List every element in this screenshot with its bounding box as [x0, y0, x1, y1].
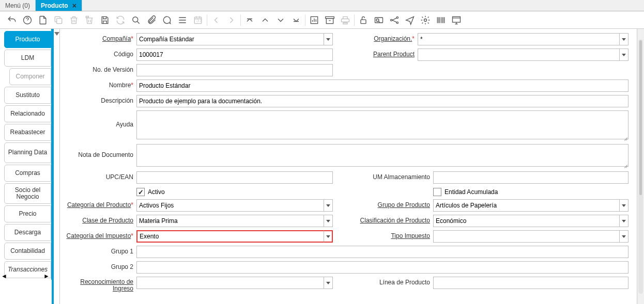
search-button[interactable] — [128, 12, 144, 28]
checkbox-entidad-acum[interactable] — [433, 188, 441, 196]
checkbox-activo[interactable] — [136, 188, 145, 196]
input-clase-producto[interactable] — [136, 215, 333, 227]
chat-button[interactable] — [159, 12, 175, 28]
sidebar-item-8[interactable]: Socio del Negocio — [4, 183, 51, 204]
field-cat-producto[interactable] — [136, 199, 333, 212]
field-cat-impuesto[interactable] — [136, 230, 333, 243]
close-icon[interactable]: × — [72, 2, 76, 10]
input-reconocimiento[interactable] — [136, 277, 333, 289]
input-compania[interactable] — [136, 33, 333, 45]
prev-button[interactable] — [257, 12, 273, 28]
sidebar-item-11[interactable]: Contabilidad — [4, 243, 51, 260]
field-linea-producto[interactable] — [433, 277, 628, 289]
sidebar-item-10[interactable]: Descarga — [4, 224, 51, 241]
field-clasif-producto[interactable] — [433, 215, 628, 227]
zoom-record-button[interactable] — [371, 12, 387, 28]
collapse-bar[interactable] — [54, 29, 60, 304]
undo-button[interactable] — [4, 12, 20, 28]
field-codigo[interactable] — [136, 49, 333, 61]
field-clase-producto[interactable] — [136, 215, 333, 227]
field-parent-product[interactable] — [418, 49, 628, 61]
input-parent-product[interactable] — [418, 49, 628, 61]
dropdown-icon[interactable] — [324, 215, 333, 227]
dropdown-icon[interactable] — [619, 230, 628, 243]
dropdown-icon[interactable] — [619, 199, 628, 212]
input-grupo1[interactable] — [136, 246, 628, 258]
report-button[interactable] — [306, 12, 322, 28]
input-um-almacen[interactable] — [433, 171, 628, 184]
scrollbar-track[interactable] — [638, 39, 643, 294]
last-button[interactable] — [288, 12, 304, 28]
field-entidad-acum[interactable]: Entidad Acumulada — [433, 187, 628, 196]
sidebar-item-0[interactable]: Producto — [4, 31, 51, 48]
textarea-ayuda[interactable] — [136, 110, 628, 139]
field-um-almacen[interactable] — [433, 171, 628, 184]
toggle-grid-button[interactable] — [175, 12, 190, 28]
workflow-button[interactable] — [387, 12, 402, 28]
input-grupo2[interactable] — [136, 261, 628, 274]
input-organizacion[interactable] — [418, 33, 628, 45]
input-clasif-producto[interactable] — [433, 215, 628, 227]
scrollbar-thumb[interactable] — [639, 40, 642, 195]
input-no-version[interactable] — [136, 64, 333, 76]
tab-producto[interactable]: Producto × — [36, 0, 82, 11]
input-cat-impuesto[interactable] — [136, 230, 333, 243]
help-button[interactable] — [20, 12, 35, 28]
input-tipo-impuesto[interactable] — [433, 230, 628, 243]
attach-button[interactable] — [144, 12, 159, 28]
lock-button[interactable] — [356, 12, 371, 28]
dropdown-icon[interactable] — [619, 49, 628, 61]
field-grupo2[interactable] — [136, 261, 628, 274]
field-grupo-producto[interactable] — [433, 199, 628, 212]
save-button[interactable] — [97, 12, 113, 28]
tab-menu[interactable]: Menú (0) — [0, 0, 36, 11]
textarea-nota-doc[interactable] — [136, 144, 628, 167]
sidebar-scroll-left[interactable]: ◄ — [2, 273, 7, 279]
input-grupo-producto[interactable] — [433, 199, 628, 212]
field-ayuda[interactable] — [136, 110, 628, 141]
settings-button[interactable] — [418, 12, 433, 28]
send-button[interactable] — [402, 12, 418, 28]
sidebar-item-1[interactable]: LDM — [4, 50, 51, 67]
input-descripcion[interactable] — [136, 95, 628, 107]
new-button[interactable] — [35, 12, 51, 28]
field-nota-doc[interactable] — [136, 144, 628, 168]
field-activo[interactable]: Activo — [136, 187, 333, 196]
field-upc-ean[interactable] — [136, 171, 333, 184]
first-button[interactable] — [242, 12, 257, 28]
archive-button[interactable] — [322, 12, 338, 28]
field-reconocimiento[interactable] — [136, 277, 333, 292]
sidebar-item-9[interactable]: Precio — [4, 205, 51, 222]
sidebar-item-2[interactable]: Componer — [9, 68, 51, 85]
dropdown-icon[interactable] — [324, 199, 333, 212]
sidebar-item-4[interactable]: Relacionado — [4, 105, 51, 122]
dropdown-icon[interactable] — [324, 277, 333, 289]
scrollbar-vertical[interactable] — [637, 29, 644, 304]
input-cat-producto[interactable] — [136, 199, 333, 212]
sidebar-item-6[interactable]: Planning Data — [4, 142, 51, 163]
field-compania[interactable] — [136, 33, 333, 45]
field-nombre[interactable] — [136, 79, 628, 92]
field-grupo1[interactable] — [136, 246, 628, 258]
resize-handle[interactable] — [623, 135, 628, 140]
sidebar-item-5[interactable]: Reabastecer — [4, 124, 51, 141]
dropdown-icon[interactable] — [619, 215, 628, 227]
field-organizacion[interactable] — [418, 33, 628, 45]
input-upc-ean[interactable] — [136, 171, 333, 184]
sidebar-scroll-right[interactable]: ► — [44, 273, 49, 279]
field-tipo-impuesto[interactable] — [433, 230, 628, 243]
sidebar-item-7[interactable]: Compras — [4, 165, 51, 182]
input-linea-producto[interactable] — [433, 277, 628, 289]
presentation-button[interactable] — [449, 12, 464, 28]
input-nombre[interactable] — [136, 79, 628, 92]
field-no-version[interactable] — [136, 64, 333, 76]
dropdown-icon[interactable] — [619, 33, 628, 45]
dropdown-icon[interactable] — [324, 230, 333, 243]
resize-handle[interactable] — [623, 163, 628, 168]
sidebar-item-3[interactable]: Sustituto — [4, 87, 51, 104]
next-button[interactable] — [273, 12, 288, 28]
dropdown-icon[interactable] — [324, 33, 333, 45]
input-codigo[interactable] — [136, 49, 333, 61]
field-descripcion[interactable] — [136, 95, 628, 107]
barcode-button[interactable] — [433, 12, 449, 28]
